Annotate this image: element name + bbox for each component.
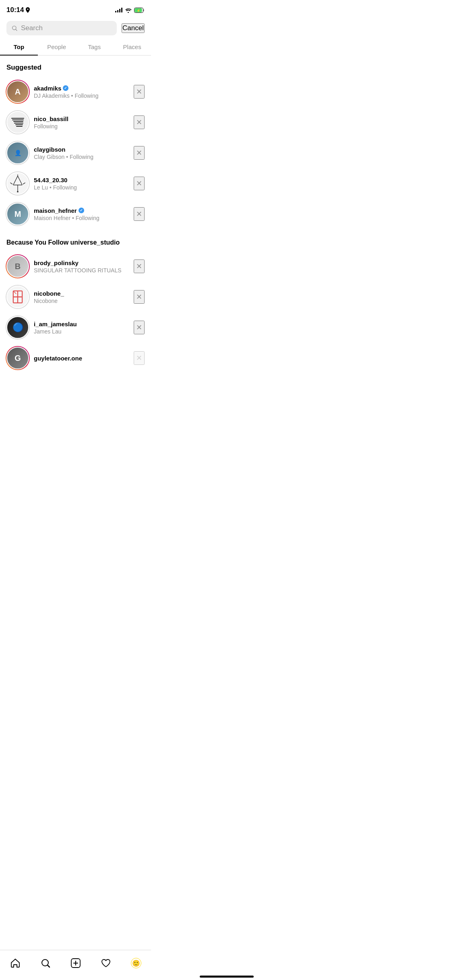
user-info: 54.43_20.30 Le Lu • Following xyxy=(34,177,129,191)
avatar: 🔵 xyxy=(6,316,29,339)
search-input-wrapper[interactable]: Search xyxy=(6,21,117,35)
user-info: nicobone_ Nicobone xyxy=(34,290,129,304)
battery-icon: ⚡ xyxy=(134,8,145,13)
crosshair-icon xyxy=(7,173,28,194)
svg-line-11 xyxy=(10,183,12,184)
dismiss-button[interactable]: ✕ xyxy=(134,321,145,334)
dismiss-button[interactable]: ✕ xyxy=(134,207,145,221)
search-bar-container: Search Cancel xyxy=(0,18,151,39)
svg-line-12 xyxy=(23,183,25,184)
svg-rect-2 xyxy=(143,9,144,11)
tab-top[interactable]: Top xyxy=(0,39,38,55)
dismiss-button[interactable]: ✕ xyxy=(134,115,145,129)
status-icons: ⚡ xyxy=(115,8,145,13)
dismiss-button[interactable]: ✕ xyxy=(134,351,145,365)
cancel-button[interactable]: Cancel xyxy=(122,23,145,33)
verified-badge xyxy=(79,208,84,213)
dismiss-button[interactable]: ✕ xyxy=(134,259,145,273)
dismiss-button[interactable]: ✕ xyxy=(134,290,145,304)
status-time: 10:14 xyxy=(6,6,30,14)
user-info: maison_hefner Maison Hefner • Following xyxy=(34,207,129,221)
list-item[interactable]: A akadmiks DJ Akademiks • Following ✕ xyxy=(0,76,151,107)
tab-tags[interactable]: Tags xyxy=(76,39,114,55)
because-you-follow-header: Because You Follow universe_studio xyxy=(0,229,151,251)
avatar xyxy=(6,286,29,308)
search-icon xyxy=(11,25,18,31)
dismiss-button[interactable]: ✕ xyxy=(134,146,145,160)
user-info: akadmiks DJ Akademiks • Following xyxy=(34,85,129,99)
svg-text:⚡: ⚡ xyxy=(137,8,141,12)
search-placeholder: Search xyxy=(21,24,43,32)
avatar xyxy=(6,111,29,134)
avatar: A xyxy=(6,80,29,103)
user-info: claygibson Clay Gibson • Following xyxy=(34,146,129,160)
signal-icon xyxy=(115,8,122,12)
dismiss-button[interactable]: ✕ xyxy=(134,177,145,190)
user-info: i_am_jameslau James Lau xyxy=(34,321,129,335)
wifi-icon xyxy=(125,8,132,13)
tab-people[interactable]: People xyxy=(38,39,76,55)
list-item[interactable]: G guyletatooer.one ✕ xyxy=(0,343,151,373)
avatar: B xyxy=(6,255,29,278)
list-item[interactable]: 54.43_20.30 Le Lu • Following ✕ xyxy=(0,168,151,199)
svg-point-10 xyxy=(17,191,19,193)
status-bar: 10:14 ⚡ xyxy=(0,0,151,18)
user-info: brody_polinsky SINGULAR TATTOOING RITUAL… xyxy=(34,259,129,274)
list-item[interactable]: nicobone_ Nicobone ✕ xyxy=(0,282,151,312)
content-area: Suggested A akadmiks DJ Akademiks • Foll… xyxy=(0,56,151,406)
avatar xyxy=(6,172,29,195)
user-info: nico_bassill Following xyxy=(34,115,129,130)
verified-badge xyxy=(63,85,68,91)
list-item[interactable]: nico_bassill Following ✕ xyxy=(0,107,151,138)
dismiss-button[interactable]: ✕ xyxy=(134,85,145,99)
avatar: G xyxy=(6,347,29,369)
user-info: guyletatooer.one xyxy=(34,355,129,362)
list-item[interactable]: B brody_polinsky SINGULAR TATTOOING RITU… xyxy=(0,251,151,282)
nicobone-icon xyxy=(7,286,28,307)
suggested-header: Suggested xyxy=(0,56,151,76)
avatar: M xyxy=(6,203,29,225)
tabs-container: Top People Tags Places xyxy=(0,39,151,56)
avatar: 👤 xyxy=(6,142,29,164)
list-item[interactable]: 👤 claygibson Clay Gibson • Following ✕ xyxy=(0,138,151,168)
svg-line-5 xyxy=(13,176,18,185)
tab-places[interactable]: Places xyxy=(113,39,151,55)
list-item[interactable]: M maison_hefner Maison Hefner • Followin… xyxy=(0,199,151,229)
list-item[interactable]: 🔵 i_am_jameslau James Lau ✕ xyxy=(0,312,151,343)
location-icon xyxy=(25,7,30,13)
svg-line-6 xyxy=(18,176,22,185)
